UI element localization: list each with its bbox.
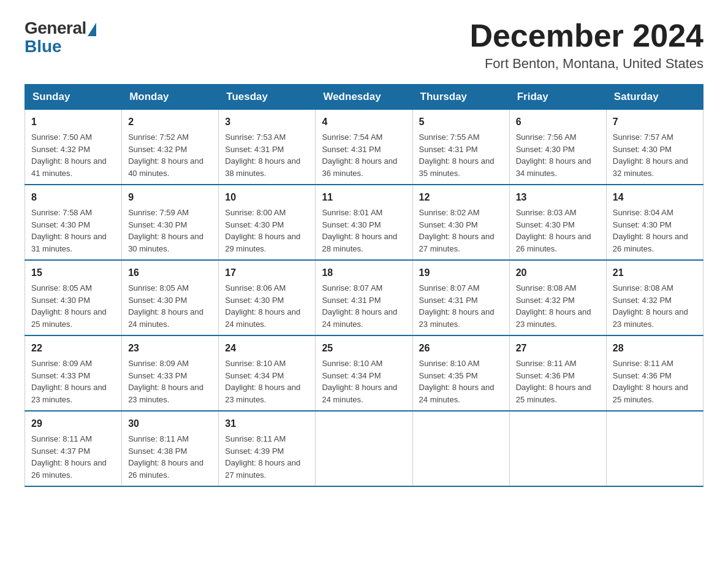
day-sunrise: Sunrise: 7:50 AM — [31, 132, 92, 142]
calendar-cell: 6 Sunrise: 7:56 AM Sunset: 4:30 PM Dayli… — [509, 110, 606, 185]
day-number: 29 — [31, 416, 115, 431]
calendar-cell: 29 Sunrise: 8:11 AM Sunset: 4:37 PM Dayl… — [25, 411, 122, 486]
calendar-cell: 17 Sunrise: 8:06 AM Sunset: 4:30 PM Dayl… — [219, 260, 316, 335]
calendar-cell: 13 Sunrise: 8:03 AM Sunset: 4:30 PM Dayl… — [509, 185, 606, 260]
day-number: 13 — [516, 190, 600, 205]
day-number: 17 — [225, 266, 309, 280]
day-number: 9 — [128, 190, 212, 205]
day-sunset: Sunset: 4:30 PM — [613, 220, 672, 229]
calendar-cell: 27 Sunrise: 8:11 AM Sunset: 4:36 PM Dayl… — [509, 335, 606, 411]
week-row-5: 29 Sunrise: 8:11 AM Sunset: 4:37 PM Dayl… — [25, 411, 703, 486]
calendar-cell — [509, 411, 606, 486]
day-sunset: Sunset: 4:33 PM — [128, 371, 187, 380]
day-sunset: Sunset: 4:30 PM — [128, 296, 187, 305]
day-number: 20 — [516, 266, 600, 280]
day-sunset: Sunset: 4:30 PM — [31, 220, 90, 229]
day-sunrise: Sunrise: 7:53 AM — [225, 132, 286, 142]
week-row-1: 1 Sunrise: 7:50 AM Sunset: 4:32 PM Dayli… — [25, 110, 703, 185]
day-sunrise: Sunrise: 7:57 AM — [613, 132, 673, 142]
day-sunrise: Sunrise: 8:11 AM — [31, 434, 92, 443]
calendar-cell: 30 Sunrise: 8:11 AM Sunset: 4:38 PM Dayl… — [122, 411, 219, 486]
header-saturday: Saturday — [606, 85, 703, 110]
day-sunset: Sunset: 4:30 PM — [516, 220, 575, 229]
day-daylight: Daylight: 8 hours and 31 minutes. — [31, 232, 107, 253]
day-sunrise: Sunrise: 8:03 AM — [516, 208, 577, 217]
day-number: 22 — [31, 341, 115, 356]
day-number: 2 — [128, 115, 212, 129]
calendar-cell: 28 Sunrise: 8:11 AM Sunset: 4:36 PM Dayl… — [606, 335, 703, 411]
day-sunrise: Sunrise: 7:52 AM — [128, 132, 189, 142]
day-number: 28 — [613, 341, 697, 356]
day-daylight: Daylight: 8 hours and 34 minutes. — [516, 156, 591, 178]
day-daylight: Daylight: 8 hours and 25 minutes. — [613, 383, 688, 404]
day-number: 3 — [225, 115, 309, 129]
day-daylight: Daylight: 8 hours and 27 minutes. — [419, 232, 495, 253]
day-daylight: Daylight: 8 hours and 24 minutes. — [225, 307, 300, 329]
day-number: 12 — [419, 190, 503, 205]
calendar-cell — [412, 411, 509, 486]
day-number: 30 — [128, 416, 212, 431]
day-sunrise: Sunrise: 8:09 AM — [31, 359, 92, 368]
day-sunrise: Sunrise: 7:59 AM — [128, 208, 189, 217]
day-sunrise: Sunrise: 8:11 AM — [613, 359, 673, 368]
day-sunset: Sunset: 4:30 PM — [613, 145, 672, 154]
day-daylight: Daylight: 8 hours and 32 minutes. — [613, 156, 688, 178]
day-sunset: Sunset: 4:34 PM — [322, 371, 381, 380]
calendar-cell: 18 Sunrise: 8:07 AM Sunset: 4:31 PM Dayl… — [316, 260, 412, 335]
day-daylight: Daylight: 8 hours and 36 minutes. — [322, 156, 397, 178]
day-number: 4 — [322, 115, 406, 129]
calendar-cell: 3 Sunrise: 7:53 AM Sunset: 4:31 PM Dayli… — [219, 110, 316, 185]
day-daylight: Daylight: 8 hours and 26 minutes. — [31, 458, 107, 480]
header-monday: Monday — [122, 85, 219, 110]
day-sunrise: Sunrise: 8:09 AM — [128, 359, 189, 368]
day-number: 25 — [322, 341, 406, 356]
calendar-cell: 22 Sunrise: 8:09 AM Sunset: 4:33 PM Dayl… — [25, 335, 122, 411]
calendar-cell: 2 Sunrise: 7:52 AM Sunset: 4:32 PM Dayli… — [122, 110, 219, 185]
calendar-cell: 21 Sunrise: 8:08 AM Sunset: 4:32 PM Dayl… — [606, 260, 703, 335]
calendar-cell: 1 Sunrise: 7:50 AM Sunset: 4:32 PM Dayli… — [25, 110, 122, 185]
day-sunrise: Sunrise: 8:11 AM — [128, 434, 189, 443]
month-title: December 2024 — [469, 18, 703, 53]
calendar-cell: 9 Sunrise: 7:59 AM Sunset: 4:30 PM Dayli… — [122, 185, 219, 260]
day-sunset: Sunset: 4:39 PM — [225, 446, 284, 456]
day-daylight: Daylight: 8 hours and 23 minutes. — [128, 383, 203, 404]
day-sunrise: Sunrise: 8:11 AM — [516, 359, 577, 368]
day-sunset: Sunset: 4:32 PM — [613, 296, 672, 305]
day-sunset: Sunset: 4:36 PM — [613, 371, 672, 380]
day-sunset: Sunset: 4:31 PM — [322, 145, 381, 154]
day-daylight: Daylight: 8 hours and 38 minutes. — [225, 156, 300, 178]
calendar-cell: 26 Sunrise: 8:10 AM Sunset: 4:35 PM Dayl… — [412, 335, 509, 411]
day-daylight: Daylight: 8 hours and 23 minutes. — [613, 307, 688, 329]
day-sunset: Sunset: 4:38 PM — [128, 446, 187, 456]
calendar-cell: 12 Sunrise: 8:02 AM Sunset: 4:30 PM Dayl… — [412, 185, 509, 260]
header-sunday: Sunday — [25, 85, 122, 110]
calendar-cell: 31 Sunrise: 8:11 AM Sunset: 4:39 PM Dayl… — [219, 411, 316, 486]
day-number: 7 — [613, 115, 697, 129]
logo-triangle-icon — [88, 23, 96, 36]
header-tuesday: Tuesday — [219, 85, 316, 110]
day-sunset: Sunset: 4:30 PM — [225, 296, 284, 305]
day-sunset: Sunset: 4:32 PM — [516, 296, 575, 305]
day-sunrise: Sunrise: 8:07 AM — [419, 283, 480, 293]
day-sunrise: Sunrise: 8:04 AM — [613, 208, 673, 217]
day-daylight: Daylight: 8 hours and 26 minutes. — [516, 232, 591, 253]
day-sunset: Sunset: 4:30 PM — [31, 296, 90, 305]
day-sunrise: Sunrise: 8:07 AM — [322, 283, 382, 293]
day-number: 15 — [31, 266, 115, 280]
calendar-table: SundayMondayTuesdayWednesdayThursdayFrid… — [25, 84, 703, 487]
day-daylight: Daylight: 8 hours and 24 minutes. — [322, 307, 397, 329]
calendar-cell: 7 Sunrise: 7:57 AM Sunset: 4:30 PM Dayli… — [606, 110, 703, 185]
day-daylight: Daylight: 8 hours and 23 minutes. — [419, 307, 495, 329]
day-daylight: Daylight: 8 hours and 24 minutes. — [322, 383, 397, 404]
calendar-cell: 14 Sunrise: 8:04 AM Sunset: 4:30 PM Dayl… — [606, 185, 703, 260]
day-sunrise: Sunrise: 8:10 AM — [419, 359, 480, 368]
day-sunrise: Sunrise: 7:55 AM — [419, 132, 480, 142]
logo-general-text: General — [25, 18, 86, 38]
day-number: 5 — [419, 115, 503, 129]
day-daylight: Daylight: 8 hours and 41 minutes. — [31, 156, 107, 178]
day-sunset: Sunset: 4:37 PM — [31, 446, 90, 456]
calendar-cell: 20 Sunrise: 8:08 AM Sunset: 4:32 PM Dayl… — [509, 260, 606, 335]
title-area: December 2024 Fort Benton, Montana, Unit… — [469, 18, 703, 72]
day-sunset: Sunset: 4:30 PM — [128, 220, 187, 229]
header: General Blue December 2024 Fort Benton, … — [25, 18, 703, 72]
